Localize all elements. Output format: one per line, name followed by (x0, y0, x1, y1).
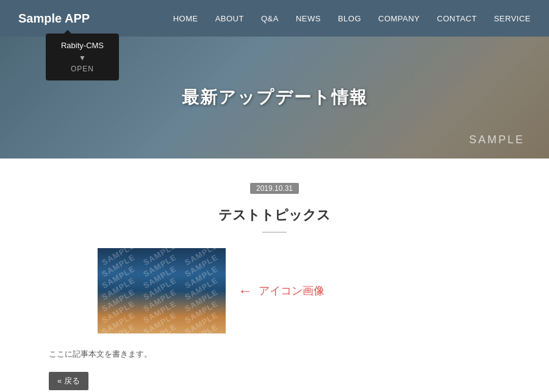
watermark: SAMPLESAMPLESAMPLESAMPLESAMPLESAMPLESAMP… (98, 248, 226, 333)
article-date: 2019.10.31 (250, 183, 299, 194)
back-button[interactable]: « 戻る (49, 372, 88, 390)
nav-contact[interactable]: CONTACT (437, 14, 476, 23)
hero-title: 最新アップデート情報 (182, 86, 368, 109)
article-body: ここに記事本文を書きます。 (49, 349, 500, 360)
nav-home[interactable]: HOME (173, 14, 198, 23)
annotation-text: アイコン画像 (259, 283, 325, 298)
title-divider (262, 232, 287, 233)
dropdown-arrow: ▼ (57, 54, 108, 62)
image-container: SAMPLESAMPLESAMPLESAMPLESAMPLESAMPLESAMP… (98, 248, 500, 333)
nav-qa[interactable]: Q&A (261, 14, 279, 23)
nav-blog[interactable]: BLOG (338, 14, 361, 23)
dropdown-popup: Rabity-CMS ▼ OPEN (46, 34, 119, 80)
header: Sample APP Rabity-CMS ▼ OPEN HOME ABOUT … (0, 0, 549, 37)
nav-company[interactable]: COMPANY (378, 14, 420, 23)
hero-sample-label: SAMPLE (469, 134, 525, 146)
site-logo: Sample APP (18, 12, 90, 26)
nav-about[interactable]: ABOUT (215, 14, 244, 23)
article-image: SAMPLESAMPLESAMPLESAMPLESAMPLESAMPLESAMP… (98, 248, 226, 333)
left-arrow-icon: ← (238, 282, 253, 299)
main-content: 2019.10.31 テストトピックス SAMPLESAMPLESAMPLESA… (0, 159, 549, 392)
dropdown-title: Rabity-CMS (57, 41, 108, 50)
image-annotation-container: ← アイコン画像 (238, 282, 325, 299)
nav-service[interactable]: SERVICE (494, 14, 531, 23)
article-title: テストトピックス (49, 206, 500, 224)
date-badge: 2019.10.31 (49, 183, 500, 194)
nav-news[interactable]: NEWS (296, 14, 321, 23)
dropdown-open-label[interactable]: OPEN (57, 65, 108, 73)
main-nav: HOME ABOUT Q&A NEWS BLOG COMPANY CONTACT… (173, 14, 531, 23)
